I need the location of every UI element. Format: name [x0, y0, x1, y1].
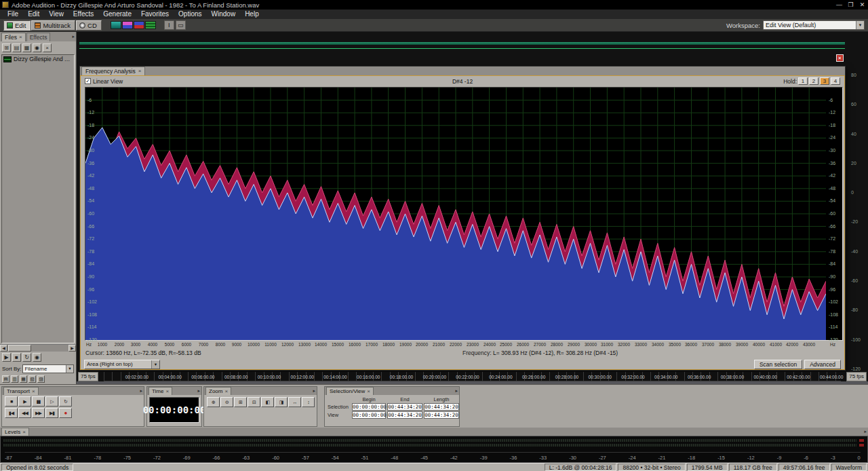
close-icon[interactable]: × [224, 388, 228, 395]
tab-time[interactable]: Time × [149, 387, 172, 395]
maximize-button[interactable]: ❐ [845, 1, 856, 10]
zoom-in-left-edge-button[interactable]: ◧ [261, 397, 274, 407]
zoom-vertical-button[interactable]: ↕ [302, 397, 315, 407]
record-button[interactable]: ● [59, 408, 72, 418]
tab-zoom[interactable]: Zoom × [205, 387, 231, 395]
time-display[interactable]: 00:00:00:00 [149, 397, 199, 423]
cd-view-button[interactable]: CD [76, 20, 102, 31]
selection-end-field[interactable]: 00:44:34:20 [387, 403, 422, 411]
tab-transport[interactable]: Transport × [3, 387, 39, 395]
zoom-in-right-edge-button[interactable]: ◨ [275, 397, 288, 407]
menu-item[interactable]: Window [207, 10, 241, 19]
import-file-icon[interactable]: ⊞ [2, 43, 11, 52]
view-toggle-icon[interactable]: ▥ [11, 375, 18, 383]
show-spectral-pan-icon[interactable] [134, 21, 144, 29]
view-begin-field[interactable]: 00:00:00:00 [352, 411, 386, 419]
insert-into-cd-icon[interactable]: ▦ [22, 43, 31, 52]
go-to-end-button[interactable]: ▶▮ [45, 408, 58, 418]
rewind-button[interactable]: ◀◀ [18, 408, 31, 418]
linear-view-checkbox[interactable]: ✓ [85, 78, 91, 84]
stop-preview-icon[interactable]: ■ [12, 353, 21, 362]
view-toggle-icon[interactable]: ▨ [37, 375, 45, 383]
view-length-field[interactable]: 00:44:34:20 [424, 411, 459, 419]
multitrack-view-button[interactable]: Multitrack [31, 20, 75, 31]
selection-length-field[interactable]: 00:44:34:20 [424, 403, 459, 411]
selection-begin-field[interactable]: 00:00:00:00 [352, 403, 386, 411]
go-to-beginning-button[interactable]: ▮◀ [5, 408, 18, 418]
menu-item[interactable]: Generate [98, 10, 136, 19]
hold-3-button[interactable]: 3 [820, 77, 829, 85]
view-end-field[interactable]: 00:44:34:20 [387, 411, 422, 419]
list-item[interactable]: Dizzy Gillespie And Arturo [2, 55, 74, 63]
timeline-ruler[interactable]: 75 fps 00:02:00.0000:04:00.0000:06:00.00… [77, 372, 868, 381]
panel-menu-icon[interactable]: ▸ [197, 388, 200, 394]
spectrum-plot[interactable]: -6-12-18-24-30-36-42-48-54-60-66-72-78-8… [85, 87, 843, 341]
view-toggle-icon[interactable]: ▦ [20, 375, 27, 383]
scrollbar-thumb[interactable] [8, 345, 31, 352]
zoom-full-button[interactable]: ⊞ [234, 397, 247, 407]
time-selection-tool-icon[interactable]: I [164, 20, 174, 30]
close-icon[interactable]: × [367, 388, 370, 395]
files-horizontal-scrollbar[interactable]: ◀ ▶ [0, 344, 76, 352]
view-toggle-icon[interactable]: ▤ [2, 375, 9, 383]
waveform-display[interactable]: ✕ 806040200-20-40-60-80-100-120 Frequenc… [77, 32, 868, 384]
pause-button[interactable]: ▮▮ [32, 396, 45, 407]
sort-by-select[interactable]: Filename ▼ [22, 364, 74, 373]
tab-effects[interactable]: Effects [26, 33, 51, 41]
zoom-horizontal-button[interactable]: ↔ [288, 397, 301, 407]
insert-into-multitrack-icon[interactable]: ▤ [12, 43, 21, 52]
play-from-cursor-button[interactable]: ▷ [45, 396, 58, 407]
scroll-left-icon[interactable]: ◀ [0, 345, 7, 352]
chevron-down-icon[interactable]: ▼ [66, 365, 73, 373]
scroll-right-icon[interactable]: ▶ [68, 345, 76, 352]
edit-view-button[interactable]: Edit [3, 20, 31, 31]
menu-item[interactable]: Favorites [136, 10, 174, 19]
zoom-out-button[interactable]: ⊖ [220, 397, 233, 407]
clip-indicator-left[interactable] [859, 439, 864, 442]
tab-files[interactable]: Files × [1, 33, 26, 41]
graph-style-select[interactable]: Area (Right on top) ▼ [84, 360, 160, 369]
menu-item[interactable]: Help [240, 10, 264, 19]
close-icon[interactable]: × [19, 33, 22, 41]
zoom-in-button[interactable]: ⊕ [207, 397, 220, 407]
chevron-down-icon[interactable]: ▼ [151, 360, 159, 369]
menu-item[interactable]: Edit [23, 10, 44, 19]
chevron-down-icon[interactable]: ▼ [856, 21, 864, 29]
marquee-selection-tool-icon[interactable]: ▭ [176, 20, 186, 30]
close-file-icon[interactable]: × [43, 43, 52, 52]
tab-levels[interactable]: Levels × [1, 428, 29, 436]
levels-meter[interactable]: -87-84-81-78-75-72-69-66-63-60-57-54-51-… [0, 436, 868, 463]
show-waveform-icon[interactable] [111, 21, 121, 29]
fast-forward-button[interactable]: ▶▶ [32, 408, 45, 418]
hold-4-button[interactable]: 4 [831, 77, 840, 85]
play-button[interactable]: ▶ [18, 396, 31, 407]
tab-frequency-analysis[interactable]: Frequency Analysis × [81, 67, 145, 75]
minimize-button[interactable]: — [833, 1, 845, 10]
scan-selection-button[interactable]: Scan selection [754, 360, 802, 369]
open-file-icon[interactable]: ◉ [33, 43, 41, 52]
close-button[interactable]: ✕ [856, 1, 868, 10]
hold-1-button[interactable]: 1 [798, 77, 808, 85]
tab-selection-view[interactable]: Selection/View × [326, 387, 374, 395]
advanced-button[interactable]: Advanced [804, 360, 841, 369]
autoplay-icon[interactable]: ◉ [33, 353, 41, 362]
panel-menu-icon[interactable]: ▸ [864, 429, 867, 434]
loop-preview-icon[interactable]: ↻ [22, 353, 31, 362]
zoom-to-selection-button[interactable]: ⊟ [248, 397, 260, 407]
play-preview-icon[interactable]: ▶ [2, 353, 11, 362]
clip-indicator-right[interactable] [859, 444, 864, 447]
menu-item[interactable]: Effects [68, 10, 98, 19]
panel-menu-icon[interactable]: ▸ [455, 388, 458, 394]
hold-2-button[interactable]: 2 [809, 77, 818, 85]
panel-menu-icon[interactable]: ▸ [72, 34, 75, 39]
selection-close-button[interactable]: ✕ [836, 54, 844, 62]
show-spectral-phase-icon[interactable] [145, 21, 156, 29]
menu-item[interactable]: File [3, 10, 23, 19]
show-spectral-frequency-icon[interactable] [122, 21, 133, 29]
workspace-select[interactable]: Edit View (Default) ▼ [763, 20, 865, 30]
menu-item[interactable]: Options [174, 10, 206, 19]
panel-menu-icon[interactable]: ▸ [140, 388, 142, 394]
view-toggle-icon[interactable]: ▧ [28, 375, 36, 383]
stop-button[interactable]: ■ [5, 396, 18, 407]
close-icon[interactable]: × [32, 388, 35, 395]
